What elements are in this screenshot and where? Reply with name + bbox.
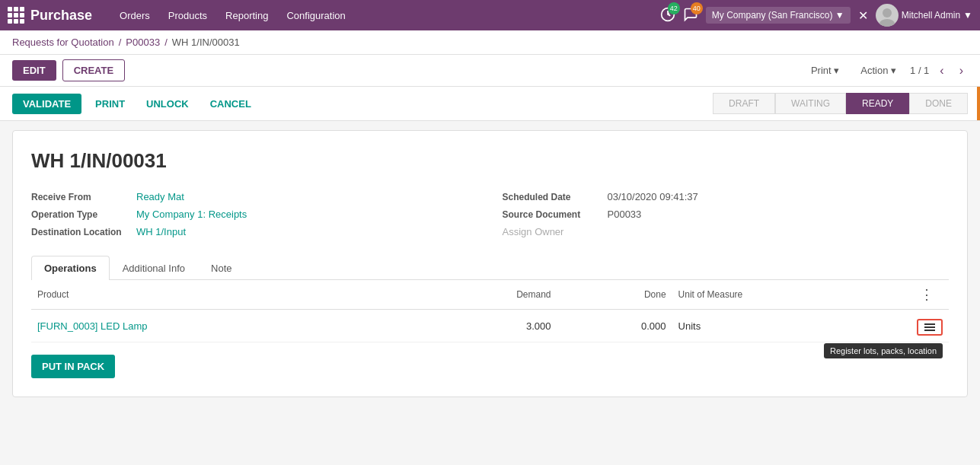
assign-owner-row: Assign Owner bbox=[503, 226, 950, 237]
register-tooltip-wrapper: Register lots, packs, location bbox=[917, 319, 943, 336]
assign-owner-placeholder[interactable]: Assign Owner bbox=[503, 226, 564, 237]
nav-reporting[interactable]: Reporting bbox=[218, 7, 276, 24]
breadcrumb: Requests for Quotation / P00033 / WH 1/I… bbox=[0, 30, 980, 55]
operations-table: Product Demand Done Unit of Measure ⋮ [F… bbox=[31, 280, 949, 342]
edit-button[interactable]: EDIT bbox=[12, 60, 56, 81]
document-card: WH 1/IN/00031 Receive From Ready Mat Ope… bbox=[12, 130, 968, 397]
clock-badge-count: 42 bbox=[668, 2, 680, 14]
pager-next[interactable]: › bbox=[955, 62, 968, 79]
operations-table-container: Product Demand Done Unit of Measure ⋮ [F… bbox=[31, 280, 949, 342]
col-done: Done bbox=[557, 280, 672, 310]
receive-from-value[interactable]: Ready Mat bbox=[136, 191, 184, 202]
scheduled-date-value: 03/10/2020 09:41:37 bbox=[608, 191, 698, 202]
document-title: WH 1/IN/00031 bbox=[31, 149, 949, 173]
info-section-right: Scheduled Date 03/10/2020 09:41:37 Sourc… bbox=[503, 191, 950, 237]
scheduled-date-row: Scheduled Date 03/10/2020 09:41:37 bbox=[503, 191, 950, 202]
action-button[interactable]: Action ▾ bbox=[853, 60, 904, 81]
topbar-right: 42 40 My Company (San Francisco) ▼ ✕ Mit… bbox=[660, 4, 972, 27]
close-button[interactable]: ✕ bbox=[858, 8, 868, 23]
status-waiting: WAITING bbox=[775, 93, 846, 114]
receive-from-label: Receive From bbox=[31, 192, 130, 202]
operation-type-value[interactable]: My Company 1: Receipts bbox=[136, 209, 247, 220]
operation-type-label: Operation Type bbox=[31, 209, 130, 220]
product-cell[interactable]: [FURN_0003] LED Lamp bbox=[31, 310, 412, 342]
destination-value[interactable]: WH 1/Input bbox=[136, 226, 186, 237]
col-actions-header: ⋮ bbox=[911, 280, 949, 310]
register-cell: Register lots, packs, location bbox=[911, 310, 949, 342]
breadcrumb-sep2: / bbox=[164, 37, 168, 48]
create-button[interactable]: CREATE bbox=[62, 59, 125, 81]
breadcrumb-po[interactable]: P00033 bbox=[126, 37, 160, 48]
nav-configuration[interactable]: Configuration bbox=[279, 7, 353, 24]
chat-badge-count: 40 bbox=[691, 2, 703, 14]
info-grid: Receive From Ready Mat Operation Type My… bbox=[31, 191, 949, 237]
tab-note[interactable]: Note bbox=[198, 256, 244, 280]
destination-label: Destination Location bbox=[31, 227, 130, 237]
register-tooltip: Register lots, packs, location bbox=[824, 343, 943, 358]
tab-additional-info[interactable]: Additional Info bbox=[110, 256, 198, 280]
receive-from-row: Receive From Ready Mat bbox=[31, 191, 478, 202]
pager: 1 / 1 ‹ › bbox=[910, 62, 968, 79]
nav-products[interactable]: Products bbox=[161, 7, 215, 24]
status-draft: DRAFT bbox=[713, 93, 775, 114]
scheduled-date-label: Scheduled Date bbox=[503, 192, 602, 202]
topbar: Purchase Orders Products Reporting Confi… bbox=[0, 0, 980, 30]
pager-prev[interactable]: ‹ bbox=[935, 62, 948, 79]
destination-row: Destination Location WH 1/Input bbox=[31, 226, 478, 237]
done-cell: 0.000 bbox=[557, 310, 672, 342]
register-icon bbox=[924, 323, 935, 331]
svg-point-1 bbox=[883, 8, 892, 18]
put-in-pack-button[interactable]: PUT IN PACK bbox=[31, 355, 115, 378]
info-section-left: Receive From Ready Mat Operation Type My… bbox=[31, 191, 478, 237]
avatar bbox=[876, 4, 899, 27]
validate-button[interactable]: VALIDATE bbox=[12, 94, 81, 114]
breadcrumb-rfq[interactable]: Requests for Quotation bbox=[12, 37, 114, 48]
uom-cell: Units bbox=[672, 310, 911, 342]
unlock-button[interactable]: UNLOCK bbox=[139, 94, 196, 114]
user-menu[interactable]: Mitchell Admin ▼ bbox=[876, 4, 972, 27]
company-selector[interactable]: My Company (San Francisco) ▼ bbox=[706, 7, 851, 24]
status-bar: VALIDATE PRINT UNLOCK CANCEL DRAFT WAITI… bbox=[0, 87, 980, 121]
source-doc-row: Source Document P00033 bbox=[503, 209, 950, 220]
chat-badge-button[interactable]: 40 bbox=[683, 7, 698, 24]
source-doc-value: P00033 bbox=[608, 209, 642, 220]
cancel-button[interactable]: CANCEL bbox=[203, 94, 259, 114]
print-button[interactable]: Print ▾ bbox=[803, 60, 847, 81]
source-doc-label: Source Document bbox=[503, 209, 602, 220]
operation-type-row: Operation Type My Company 1: Receipts bbox=[31, 209, 478, 220]
status-done: DONE bbox=[909, 93, 968, 114]
demand-cell: 3.000 bbox=[412, 310, 557, 342]
app-logo[interactable]: Purchase bbox=[8, 7, 100, 24]
top-nav: Orders Products Reporting Configuration bbox=[112, 7, 648, 24]
clock-badge-button[interactable]: 42 bbox=[660, 7, 675, 24]
svg-point-2 bbox=[879, 19, 895, 27]
print2-button[interactable]: PRINT bbox=[88, 94, 132, 114]
table-options-button[interactable]: ⋮ bbox=[917, 286, 937, 303]
status-ready: READY bbox=[846, 93, 909, 114]
tab-operations[interactable]: Operations bbox=[31, 256, 110, 280]
nav-orders[interactable]: Orders bbox=[112, 7, 158, 24]
col-demand: Demand bbox=[412, 280, 557, 310]
breadcrumb-sep1: / bbox=[119, 37, 122, 48]
breadcrumb-current: WH 1/IN/00031 bbox=[172, 37, 240, 48]
col-uom: Unit of Measure bbox=[672, 280, 911, 310]
grid-icon[interactable] bbox=[8, 7, 24, 24]
app-title: Purchase bbox=[30, 8, 92, 24]
action-bar: EDIT CREATE Print ▾ Action ▾ 1 / 1 ‹ › bbox=[0, 55, 980, 87]
main-content: WH 1/IN/00031 Receive From Ready Mat Ope… bbox=[0, 121, 980, 465]
table-row: [FURN_0003] LED Lamp 3.000 0.000 Units bbox=[31, 310, 949, 342]
register-button[interactable] bbox=[917, 319, 943, 336]
orange-indicator bbox=[977, 87, 980, 120]
tabs: Operations Additional Info Note bbox=[31, 256, 949, 280]
status-pipeline: DRAFT WAITING READY DONE bbox=[713, 93, 968, 114]
col-product: Product bbox=[31, 280, 412, 310]
